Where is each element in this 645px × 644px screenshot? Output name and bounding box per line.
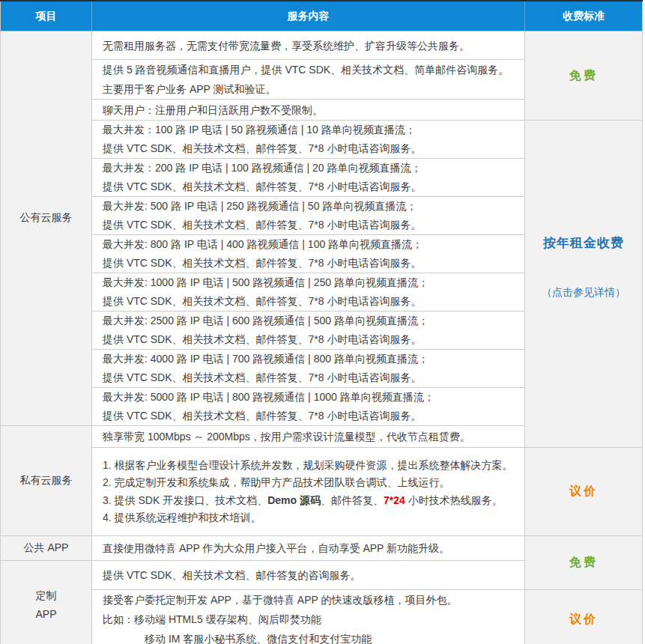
category-custom-app-line2: APP	[1, 605, 91, 624]
service-free-row1: 无需租用服务器，无需支付带宽流量费，享受系统维护、扩容升级等公共服务。	[92, 31, 525, 60]
fee-free-app-badge: 免费	[525, 536, 643, 590]
custom-app-line3: 移动 IM 客服小秘书系统、微信支付和支付宝功能	[103, 629, 517, 644]
service-tier-cell: 最大并发: 4000 路 IP 电话 | 700 路视频通信 | 800 路单向…	[92, 350, 525, 388]
service-custom-app-row2: 接受客户委托定制开发 APP，基于微特喜 APP 的快速改版移植，项目外包。 比…	[92, 590, 525, 644]
service-free-row2-line1: 提供 5 路音视频通信和直播用户，提供 VTC SDK、相关技术文档、简单邮件咨…	[103, 60, 517, 79]
item3-mid: 、邮件答复、	[321, 494, 384, 506]
custom-app-line1: 接受客户委托定制开发 APP，基于微特喜 APP 的快速改版移植，项目外包。	[103, 590, 517, 610]
tier-capacity-line: 最大并发: 5000 路 IP 电话 | 800 路视频通信 | 1000 路单…	[103, 388, 517, 407]
category-public-app: 公共 APP	[1, 536, 92, 561]
service-tier-cell: 最大并发: 2500 路 IP 电话 | 600 路视频通信 | 500 路单向…	[92, 312, 525, 350]
service-free-row2-line2: 主要用于客户业务 APP 测试和验证。	[103, 79, 517, 99]
table-row-tier-1: 最大并发：100 路 IP 电话 | 50 路视频通信 | 10 路单向视频直播…	[1, 121, 643, 159]
tier-support-line: 提供 VTC SDK、相关技术文档、邮件答复、7*8 小时电话咨询服务。	[103, 407, 517, 425]
tier-support-line: 提供 VTC SDK、相关技术文档、邮件答复、7*8 小时电话咨询服务。	[103, 177, 517, 196]
tier-capacity-line: 最大并发: 500 路 IP 电话 | 250 路视频通信 | 50 路单向视频…	[103, 197, 517, 216]
header-item-column: 项目	[1, 1, 92, 31]
item3-pre: 3. 提供 SDK 开发接口、技术文档、	[103, 494, 267, 506]
tier-support-line: 提供 VTC SDK、相关技术文档、邮件答复、7*8 小时电话咨询服务。	[103, 254, 517, 273]
service-tier-cell: 最大并发：100 路 IP 电话 | 50 路视频通信 | 10 路单向视频直播…	[92, 121, 525, 159]
tier-support-line: 提供 VTC SDK、相关技术文档、邮件答复、7*8 小时电话咨询服务。	[103, 139, 517, 158]
pricing-table: 项目 服务内容 收费标准 公有云服务 无需租用服务器，无需支付带宽流量费，享受系…	[0, 0, 643, 644]
header-fee-column: 收费标准	[525, 1, 643, 31]
fee-negotiable-private-badge: 议价	[525, 448, 643, 536]
service-free-row2: 提供 5 路音视频通信和直播用户，提供 VTC SDK、相关技术文档、简单邮件咨…	[92, 60, 525, 100]
page: 项目 服务内容 收费标准 公有云服务 无需租用服务器，无需支付带宽流量费，享受系…	[0, 0, 645, 644]
tier-support-line: 提供 VTC SDK、相关技术文档、邮件答复、7*8 小时电话咨询服务。	[103, 292, 517, 311]
private-cloud-item-2: 2. 完成定制开发和系统集成，帮助甲方产品技术团队联合调试、上线运行。	[103, 474, 517, 492]
category-public-cloud-label: 公有云服务	[1, 211, 91, 225]
tier-support-line: 提供 VTC SDK、相关技术文档、邮件答复、7*8 小时电话咨询服务。	[103, 330, 517, 349]
item3-bold: Demo 源码	[267, 494, 321, 506]
private-cloud-item-4: 4. 提供系统远程维护和技术培训。	[103, 509, 517, 527]
service-tier-cell: 最大并发: 800 路 IP 电话 | 400 路视频通信 | 100 路单向视…	[92, 235, 525, 273]
tier-capacity-line: 最大并发: 4000 路 IP 电话 | 700 路视频通信 | 800 路单向…	[103, 350, 517, 368]
private-cloud-item-1: 1. 根据客户业务模型合理设计系统并发数，规划采购硬件资源，提出系统整体解决方案…	[103, 457, 517, 475]
service-tier-cell: 最大并发：200 路 IP 电话 | 100 路视频通信 | 20 路单向视频直…	[92, 159, 525, 197]
service-tier-cell: 最大并发: 5000 路 IP 电话 | 800 路视频通信 | 1000 路单…	[92, 388, 525, 426]
service-bandwidth-row: 独享带宽 100Mbps ～ 200Mbps，按用户需求设计流量模型，代收节点租…	[92, 426, 525, 448]
service-public-app-row: 直接使用微特喜 APP 作为大众用户接入平台，自动享受 APP 新功能升级。	[92, 536, 525, 561]
category-custom-app: 定制 APP	[1, 561, 92, 644]
private-cloud-item-3: 3. 提供 SDK 开发接口、技术文档、Demo 源码、邮件答复、7*24 小时…	[103, 492, 517, 510]
item3-post: 小时技术热线服务。	[405, 494, 503, 506]
service-tier-cell: 最大并发: 1000 路 IP 电话 | 500 路视频通信 | 250 路单向…	[92, 273, 525, 312]
table-row: 1. 根据客户业务模型合理设计系统并发数，规划采购硬件资源，提出系统整体解决方案…	[1, 448, 643, 536]
table-row: 公共 APP 直接使用微特喜 APP 作为大众用户接入平台，自动享受 APP 新…	[1, 536, 643, 561]
table-row: 公有云服务 无需租用服务器，无需支付带宽流量费，享受系统维护、扩容升级等公共服务…	[1, 31, 643, 60]
fee-annual-cell: 按年租金收费 （点击参见详情）	[525, 121, 643, 448]
tier-capacity-line: 最大并发: 1000 路 IP 电话 | 500 路视频通信 | 250 路单向…	[103, 273, 517, 292]
tier-support-line: 提供 VTC SDK、相关技术文档、邮件答复、7*8 小时电话咨询服务。	[103, 216, 517, 234]
tier-support-line: 提供 VTC SDK、相关技术文档、邮件答复、7*8 小时电话咨询服务。	[103, 368, 517, 387]
fee-annual-wrap: 按年租金收费 （点击参见详情）	[526, 234, 641, 300]
fee-annual-details-link[interactable]: （点击参见详情）	[526, 286, 641, 300]
fee-free-public-badge: 免费	[525, 31, 643, 121]
tier-capacity-line: 最大并发：200 路 IP 电话 | 100 路视频通信 | 20 路单向视频直…	[103, 159, 517, 177]
tier-capacity-line: 最大并发: 800 路 IP 电话 | 400 路视频通信 | 100 路单向视…	[103, 235, 517, 254]
tier-capacity-line: 最大并发：100 路 IP 电话 | 50 路视频通信 | 10 路单向视频直播…	[103, 121, 517, 139]
item3-red-highlight: 7*24	[384, 494, 405, 506]
fee-annual-label: 按年租金收费	[526, 234, 641, 252]
header-service-column: 服务内容	[92, 1, 525, 31]
service-free-row3: 聊天用户：注册用户和日活跃用户数不受限制。	[92, 100, 525, 121]
category-custom-app-line1: 定制	[1, 586, 91, 605]
custom-app-line2: 比如：移动端 HTML5 缓存架构、阅后即焚功能	[103, 610, 517, 629]
fee-negotiable-custom-badge: 议价	[525, 590, 643, 644]
category-public-cloud: 公有云服务	[1, 31, 92, 426]
table-row: 接受客户委托定制开发 APP，基于微特喜 APP 的快速改版移植，项目外包。 比…	[1, 590, 643, 644]
service-tier-cell: 最大并发: 500 路 IP 电话 | 250 路视频通信 | 50 路单向视频…	[92, 197, 525, 235]
service-custom-app-row1: 提供 VTC SDK、相关技术文档、邮件答复的咨询服务。	[92, 561, 525, 590]
service-private-cloud-list: 1. 根据客户业务模型合理设计系统并发数，规划采购硬件资源，提出系统整体解决方案…	[92, 448, 525, 536]
category-private-cloud: 私有云服务	[1, 426, 92, 536]
tier-capacity-line: 最大并发: 2500 路 IP 电话 | 600 路视频通信 | 500 路单向…	[103, 312, 517, 330]
table-header-row: 项目 服务内容 收费标准	[1, 1, 643, 31]
